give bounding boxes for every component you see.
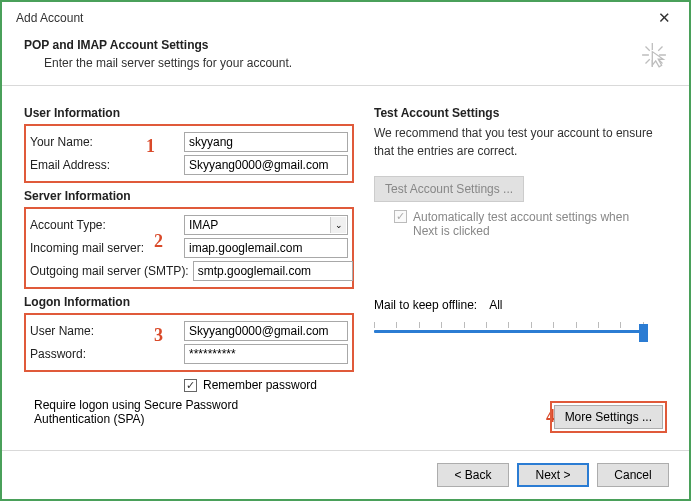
logon-info-group: 3 User Name: Password: xyxy=(24,313,354,372)
remember-password-label: Remember password xyxy=(203,378,317,392)
close-icon[interactable]: ✕ xyxy=(650,5,679,31)
email-label: Email Address: xyxy=(30,158,180,172)
username-input[interactable] xyxy=(184,321,348,341)
annotation-2: 2 xyxy=(154,231,163,252)
test-settings-desc: We recommend that you test your account … xyxy=(374,124,671,160)
remember-password-checkbox[interactable] xyxy=(184,379,197,392)
mail-keep-label: Mail to keep offline: xyxy=(374,298,477,312)
your-name-input[interactable] xyxy=(184,132,348,152)
server-info-title: Server Information xyxy=(24,189,354,203)
password-input[interactable] xyxy=(184,344,348,364)
add-account-dialog: Add Account ✕ POP and IMAP Account Setti… xyxy=(0,0,691,501)
incoming-server-input[interactable] xyxy=(184,238,348,258)
slider-thumb[interactable] xyxy=(639,324,648,342)
header-title: POP and IMAP Account Settings xyxy=(24,38,292,52)
logon-info-title: Logon Information xyxy=(24,295,354,309)
require-spa-label: Require logon using Secure Password Auth… xyxy=(34,398,314,426)
mail-keep-value: All xyxy=(489,298,502,312)
chevron-down-icon[interactable]: ⌄ xyxy=(330,217,346,233)
cursor-icon xyxy=(637,38,671,75)
your-name-label: Your Name: xyxy=(30,135,180,149)
account-type-select[interactable] xyxy=(184,215,348,235)
auto-test-label: Automatically test account settings when… xyxy=(413,210,653,238)
server-info-group: 2 Account Type: ⌄ Incoming mail server: … xyxy=(24,207,354,289)
window-title: Add Account xyxy=(16,11,83,25)
more-settings-button[interactable]: More Settings ... xyxy=(554,405,663,429)
account-type-label: Account Type: xyxy=(30,218,180,232)
outgoing-server-input[interactable] xyxy=(193,261,353,281)
user-info-group: 1 Your Name: Email Address: xyxy=(24,124,354,183)
outgoing-label: Outgoing mail server (SMTP): xyxy=(30,264,189,278)
header: POP and IMAP Account Settings Enter the … xyxy=(2,34,689,86)
footer: < Back Next > Cancel xyxy=(2,450,689,499)
test-account-button[interactable]: Test Account Settings ... xyxy=(374,176,524,202)
annotation-1: 1 xyxy=(146,136,155,157)
more-settings-highlight: More Settings ... xyxy=(550,401,667,433)
header-subtitle: Enter the mail server settings for your … xyxy=(44,56,292,70)
auto-test-checkbox[interactable] xyxy=(394,210,407,223)
back-button[interactable]: < Back xyxy=(437,463,509,487)
titlebar: Add Account ✕ xyxy=(2,2,689,34)
mail-keep-slider[interactable] xyxy=(374,318,644,342)
cancel-button[interactable]: Cancel xyxy=(597,463,669,487)
email-input[interactable] xyxy=(184,155,348,175)
user-info-title: User Information xyxy=(24,106,354,120)
next-button[interactable]: Next > xyxy=(517,463,589,487)
annotation-3: 3 xyxy=(154,325,163,346)
test-settings-title: Test Account Settings xyxy=(374,106,671,120)
password-label: Password: xyxy=(30,347,180,361)
